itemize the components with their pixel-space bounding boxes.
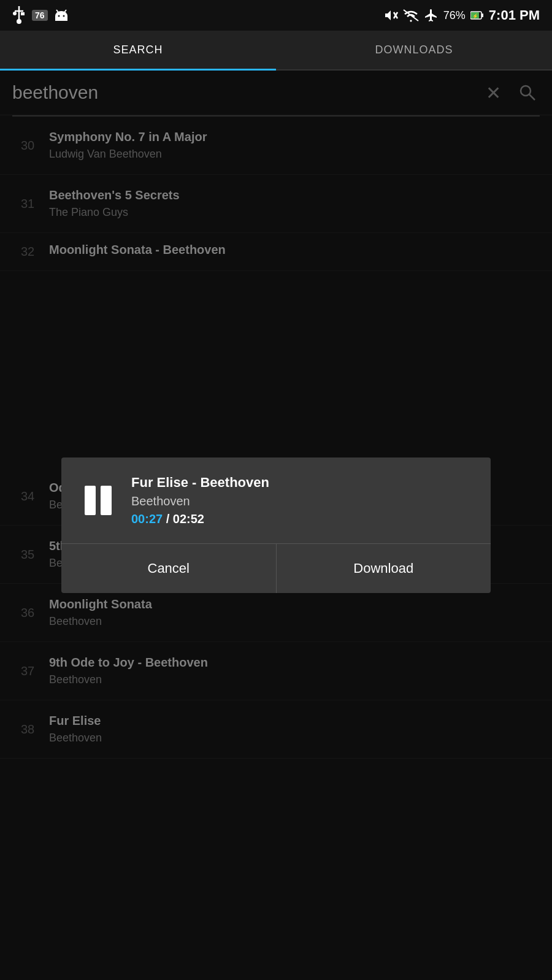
- status-left: 76: [12, 6, 69, 25]
- dialog-info: Fur Elise - Beethoven Beethoven 00:27 / …: [131, 475, 472, 526]
- status-time: 7:01 PM: [489, 7, 540, 23]
- svg-rect-6: [55, 16, 67, 21]
- tab-bar: SEARCH DOWNLOADS: [0, 31, 552, 71]
- dialog-buttons: Cancel Download: [61, 544, 491, 593]
- pause-icon: [80, 482, 117, 519]
- dialog-artist: Beethoven: [131, 494, 472, 508]
- dialog-current-time: 00:27: [131, 512, 163, 526]
- svg-rect-3: [21, 12, 25, 15]
- svg-line-10: [64, 10, 66, 12]
- dialog-time: 00:27 / 02:52: [131, 512, 472, 526]
- status-right: 76% ⚡ 7:01 PM: [383, 7, 540, 23]
- usb-icon: [12, 6, 26, 25]
- svg-text:⚡: ⚡: [472, 13, 478, 19]
- dialog-song-title: Fur Elise - Beethoven: [131, 475, 472, 491]
- svg-point-2: [13, 12, 17, 15]
- svg-rect-15: [481, 13, 483, 17]
- dialog-time-separator: /: [166, 512, 173, 526]
- battery-icon: ⚡: [470, 10, 484, 20]
- dialog-overlay: Fur Elise - Beethoven Beethoven 00:27 / …: [0, 71, 552, 980]
- svg-point-4: [17, 19, 21, 24]
- svg-point-8: [63, 15, 64, 17]
- airplane-icon: [424, 8, 439, 23]
- notification-count: 76: [32, 10, 48, 21]
- battery-percent: 76%: [443, 9, 466, 22]
- download-button[interactable]: Download: [277, 544, 491, 593]
- playback-dialog: Fur Elise - Beethoven Beethoven 00:27 / …: [61, 457, 491, 593]
- status-bar: 76 76%: [0, 0, 552, 31]
- svg-line-9: [56, 10, 58, 12]
- svg-point-7: [58, 15, 59, 17]
- android-icon: [54, 7, 69, 23]
- dialog-total-time: 02:52: [173, 512, 204, 526]
- mute-icon: [383, 8, 398, 23]
- tab-search[interactable]: SEARCH: [0, 31, 276, 69]
- dialog-body: Fur Elise - Beethoven Beethoven 00:27 / …: [61, 457, 491, 543]
- tab-downloads[interactable]: DOWNLOADS: [276, 31, 552, 69]
- cancel-button[interactable]: Cancel: [61, 544, 277, 593]
- wifi-icon: [403, 9, 419, 22]
